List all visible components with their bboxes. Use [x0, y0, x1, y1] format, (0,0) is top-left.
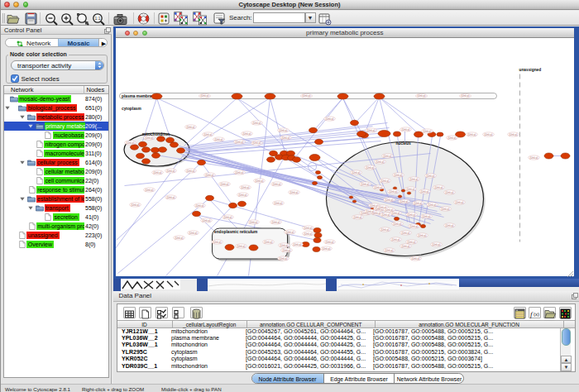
svg-text:(Unk p): (Unk p) — [189, 231, 197, 234]
svg-text:(Unk p): (Unk p) — [186, 169, 194, 172]
svg-text:(Unk p): (Unk p) — [281, 136, 290, 139]
svg-text:(Unk p): (Unk p) — [322, 246, 330, 250]
svg-text:(Unk p): (Unk p) — [325, 117, 333, 120]
svg-text:(Unk p): (Unk p) — [302, 94, 310, 98]
svg-text:(Unk p): (Unk p) — [131, 203, 139, 206]
svg-text:(Unk p): (Unk p) — [213, 240, 221, 243]
svg-text:(Unk p): (Unk p) — [304, 226, 312, 229]
svg-text:(Unk p): (Unk p) — [325, 240, 333, 243]
svg-text:(Unk p): (Unk p) — [293, 242, 301, 246]
svg-text:(Unk p): (Unk p) — [417, 94, 425, 98]
svg-text:(Unk p): (Unk p) — [366, 128, 375, 131]
svg-text:(Unk p): (Unk p) — [381, 213, 390, 216]
svg-text:(Unk p): (Unk p) — [290, 190, 298, 194]
svg-text:(Unk p): (Unk p) — [428, 203, 436, 206]
svg-text:(Unk p): (Unk p) — [241, 185, 249, 189]
svg-text:(Unk p): (Unk p) — [242, 131, 251, 135]
svg-text:1:1: 1:1 — [95, 16, 101, 21]
svg-text:(Unk p): (Unk p) — [401, 231, 409, 234]
svg-text:(Unk p): (Unk p) — [237, 244, 245, 247]
svg-text:(Unk p): (Unk p) — [406, 187, 414, 190]
svg-text:(Unk p): (Unk p) — [166, 195, 175, 198]
svg-text:(Unk p): (Unk p) — [411, 256, 419, 260]
svg-text:(Unk p): (Unk p) — [394, 173, 402, 176]
svg-text:(Unk p): (Unk p) — [529, 155, 538, 159]
svg-text:unassigned: unassigned — [519, 67, 541, 71]
svg-text:(Unk p): (Unk p) — [353, 215, 361, 218]
svg-text:(Unk p): (Unk p) — [304, 232, 312, 235]
svg-text:(Unk p): (Unk p) — [385, 248, 393, 251]
svg-text:(Unk p): (Unk p) — [153, 170, 161, 174]
svg-text:(Unk p): (Unk p) — [432, 242, 440, 246]
svg-text:(Unk p): (Unk p) — [401, 244, 409, 247]
svg-text:(Unk p): (Unk p) — [400, 199, 408, 203]
svg-text:(Unk p): (Unk p) — [467, 132, 476, 136]
svg-text:(Unk p): (Unk p) — [205, 173, 213, 176]
svg-text:(Unk p): (Unk p) — [407, 240, 415, 243]
svg-text:(Unk p): (Unk p) — [409, 224, 418, 227]
svg-text:endoplasmic reticulum: endoplasmic reticulum — [214, 230, 257, 234]
svg-text:(Unk p): (Unk p) — [252, 121, 261, 124]
svg-text:(Unk p): (Unk p) — [455, 200, 463, 203]
svg-text:(Unk p): (Unk p) — [389, 189, 397, 193]
svg-text:(Unk p): (Unk p) — [434, 185, 443, 189]
svg-text:(Unk p): (Unk p) — [352, 170, 360, 174]
svg-text:nucleus: nucleus — [395, 141, 410, 146]
svg-text:(Unk p): (Unk p) — [385, 198, 393, 201]
svg-text:(Unk p): (Unk p) — [441, 207, 449, 210]
svg-text:(Unk p): (Unk p) — [391, 211, 400, 214]
svg-text:(Unk p): (Unk p) — [383, 154, 391, 157]
svg-text:(Unk p): (Unk p) — [401, 127, 409, 131]
svg-text:(Unk p): (Unk p) — [195, 203, 203, 207]
svg-text:(Unk p): (Unk p) — [423, 129, 431, 132]
svg-text:(Unk p): (Unk p) — [175, 236, 183, 239]
svg-text:(Unk p): (Unk p) — [202, 218, 210, 222]
svg-text:(Unk p): (Unk p) — [509, 132, 517, 136]
svg-text:(Unk p): (Unk p) — [418, 233, 426, 237]
svg-text:(Unk p): (Unk p) — [361, 182, 369, 185]
svg-text:(Unk p): (Unk p) — [126, 141, 134, 144]
svg-text:cytoplasm: cytoplasm — [122, 106, 141, 110]
svg-text:(Unk p): (Unk p) — [391, 237, 400, 241]
svg-text:(Unk p): (Unk p) — [235, 140, 243, 143]
svg-text:(Unk p): (Unk p) — [214, 137, 223, 141]
svg-text:(Unk p): (Unk p) — [274, 201, 282, 204]
svg-text:(Unk p): (Unk p) — [461, 94, 469, 98]
svg-text:(Unk p): (Unk p) — [203, 132, 212, 136]
svg-text:(Unk p): (Unk p) — [420, 189, 428, 193]
svg-text:(Unk p): (Unk p) — [285, 230, 294, 233]
svg-text:(Unk p): (Unk p) — [186, 125, 194, 128]
svg-text:(Unk p): (Unk p) — [280, 243, 288, 246]
svg-text:(Unk p): (Unk p) — [166, 169, 175, 172]
svg-text:(Unk p): (Unk p) — [220, 182, 228, 185]
svg-text:(Unk p): (Unk p) — [252, 141, 261, 145]
svg-text:(Unk p): (Unk p) — [445, 223, 453, 227]
svg-text:(Unk p): (Unk p) — [380, 179, 389, 182]
svg-text:(Unk p): (Unk p) — [264, 240, 272, 243]
svg-text:(Unk p): (Unk p) — [380, 227, 389, 231]
svg-text:(Unk p): (Unk p) — [426, 174, 434, 177]
svg-text:(Unk p): (Unk p) — [223, 215, 232, 218]
svg-text:(Unk p): (Unk p) — [235, 170, 243, 174]
svg-text:(Unk p): (Unk p) — [255, 179, 263, 182]
svg-text:mitochondrion: mitochondrion — [141, 131, 170, 136]
svg-text:(Unk p): (Unk p) — [407, 213, 415, 216]
svg-text:(Unk p): (Unk p) — [279, 128, 287, 131]
svg-text:(Unk p): (Unk p) — [200, 94, 208, 98]
svg-text:(Unk p): (Unk p) — [376, 160, 384, 163]
svg-text:(Unk p): (Unk p) — [393, 222, 401, 225]
svg-text:(Unk p): (Unk p) — [414, 201, 422, 204]
svg-text:(Unk p): (Unk p) — [374, 185, 382, 189]
svg-text:(Unk p): (Unk p) — [385, 208, 393, 211]
svg-text:(Unk p): (Unk p) — [484, 132, 492, 136]
svg-text:(Unk p): (Unk p) — [249, 220, 257, 223]
svg-text:(Unk p): (Unk p) — [272, 182, 280, 185]
svg-text:(Unk p): (Unk p) — [145, 136, 153, 139]
svg-text:(Unk p): (Unk p) — [238, 193, 246, 196]
svg-text:(Unk p): (Unk p) — [282, 248, 290, 251]
svg-text:(Unk p): (Unk p) — [447, 136, 456, 139]
svg-text:(Unk p): (Unk p) — [366, 209, 374, 213]
svg-text:(Unk p): (Unk p) — [271, 220, 280, 223]
svg-text:(Unk p): (Unk p) — [279, 256, 287, 260]
svg-text:(Unk p): (Unk p) — [422, 214, 430, 218]
